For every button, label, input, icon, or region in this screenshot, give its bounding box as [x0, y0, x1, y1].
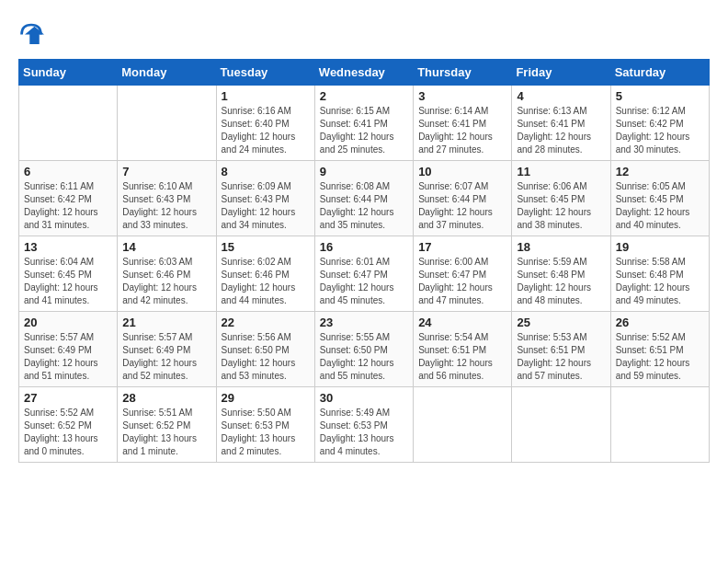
cell-info: Sunrise: 6:01 AMSunset: 6:47 PMDaylight:…	[320, 256, 408, 307]
calendar-cell: 14Sunrise: 6:03 AMSunset: 6:46 PMDayligh…	[118, 236, 216, 312]
day-number: 28	[122, 391, 210, 405]
weekday-header: Wednesday	[314, 60, 413, 86]
calendar-cell: 6Sunrise: 6:11 AMSunset: 6:42 PMDaylight…	[19, 161, 118, 236]
calendar-cell: 7Sunrise: 6:10 AMSunset: 6:43 PMDaylight…	[118, 161, 216, 236]
calendar-cell: 8Sunrise: 6:09 AMSunset: 6:43 PMDaylight…	[216, 161, 314, 236]
day-number: 26	[616, 316, 704, 329]
calendar-cell: 23Sunrise: 5:55 AMSunset: 6:50 PMDayligh…	[314, 312, 413, 387]
cell-info: Sunrise: 6:02 AMSunset: 6:46 PMDaylight:…	[222, 256, 310, 307]
cell-info: Sunrise: 6:03 AMSunset: 6:46 PMDaylight:…	[122, 256, 210, 307]
day-number: 27	[24, 391, 112, 405]
calendar-cell: 24Sunrise: 5:54 AMSunset: 6:51 PMDayligh…	[414, 312, 512, 387]
calendar-cell: 27Sunrise: 5:52 AMSunset: 6:52 PMDayligh…	[19, 387, 118, 463]
calendar-cell: 25Sunrise: 5:53 AMSunset: 6:51 PMDayligh…	[512, 312, 610, 387]
calendar-cell: 22Sunrise: 5:56 AMSunset: 6:50 PMDayligh…	[216, 312, 314, 387]
calendar-cell: 18Sunrise: 5:59 AMSunset: 6:48 PMDayligh…	[512, 236, 610, 312]
day-number: 21	[122, 316, 210, 329]
day-number: 25	[517, 316, 605, 329]
calendar-cell	[512, 387, 610, 463]
calendar-cell	[19, 86, 118, 161]
day-number: 3	[418, 89, 506, 103]
weekday-header: Thursday	[414, 60, 512, 86]
cell-info: Sunrise: 6:08 AMSunset: 6:44 PMDaylight:…	[320, 180, 408, 232]
day-number: 4	[517, 89, 605, 103]
calendar-cell: 4Sunrise: 6:13 AMSunset: 6:41 PMDaylight…	[512, 86, 610, 161]
calendar-week-row: 20Sunrise: 5:57 AMSunset: 6:49 PMDayligh…	[19, 312, 710, 387]
calendar-cell: 15Sunrise: 6:02 AMSunset: 6:46 PMDayligh…	[216, 236, 314, 312]
day-number: 23	[320, 316, 408, 329]
cell-info: Sunrise: 5:54 AMSunset: 6:51 PMDaylight:…	[418, 331, 506, 383]
day-number: 19	[616, 240, 704, 254]
cell-info: Sunrise: 6:04 AMSunset: 6:45 PMDaylight:…	[24, 256, 112, 307]
calendar-cell: 21Sunrise: 5:57 AMSunset: 6:49 PMDayligh…	[118, 312, 216, 387]
day-number: 30	[320, 391, 408, 405]
cell-info: Sunrise: 5:51 AMSunset: 6:52 PMDaylight:…	[122, 407, 210, 458]
cell-info: Sunrise: 6:15 AMSunset: 6:41 PMDaylight:…	[320, 105, 408, 156]
calendar-cell: 28Sunrise: 5:51 AMSunset: 6:52 PMDayligh…	[118, 387, 216, 463]
calendar-cell: 2Sunrise: 6:15 AMSunset: 6:41 PMDaylight…	[314, 86, 413, 161]
cell-info: Sunrise: 6:11 AMSunset: 6:42 PMDaylight:…	[24, 180, 112, 232]
day-number: 8	[222, 165, 310, 178]
calendar-week-row: 6Sunrise: 6:11 AMSunset: 6:42 PMDaylight…	[19, 161, 710, 236]
day-number: 24	[418, 316, 506, 329]
cell-info: Sunrise: 6:13 AMSunset: 6:41 PMDaylight:…	[517, 105, 605, 156]
cell-info: Sunrise: 5:57 AMSunset: 6:49 PMDaylight:…	[24, 331, 112, 383]
calendar-week-row: 1Sunrise: 6:16 AMSunset: 6:40 PMDaylight…	[19, 86, 710, 161]
calendar-cell	[118, 86, 216, 161]
calendar-cell: 3Sunrise: 6:14 AMSunset: 6:41 PMDaylight…	[414, 86, 512, 161]
day-number: 20	[24, 316, 112, 329]
cell-info: Sunrise: 5:57 AMSunset: 6:49 PMDaylight:…	[122, 331, 210, 383]
cell-info: Sunrise: 5:52 AMSunset: 6:52 PMDaylight:…	[24, 407, 112, 458]
calendar-cell: 5Sunrise: 6:12 AMSunset: 6:42 PMDaylight…	[610, 86, 709, 161]
weekday-header: Tuesday	[216, 60, 314, 86]
weekday-header: Friday	[512, 60, 610, 86]
weekday-header: Sunday	[19, 60, 118, 86]
calendar-cell: 1Sunrise: 6:16 AMSunset: 6:40 PMDaylight…	[216, 86, 314, 161]
header	[18, 18, 710, 44]
logo	[18, 18, 48, 44]
cell-info: Sunrise: 6:12 AMSunset: 6:42 PMDaylight:…	[616, 105, 704, 156]
day-number: 6	[24, 165, 112, 178]
day-number: 13	[24, 240, 112, 254]
calendar-table: SundayMondayTuesdayWednesdayThursdayFrid…	[18, 59, 710, 463]
cell-info: Sunrise: 5:56 AMSunset: 6:50 PMDaylight:…	[222, 331, 310, 383]
calendar-cell: 26Sunrise: 5:52 AMSunset: 6:51 PMDayligh…	[610, 312, 709, 387]
calendar-cell: 29Sunrise: 5:50 AMSunset: 6:53 PMDayligh…	[216, 387, 314, 463]
cell-info: Sunrise: 6:09 AMSunset: 6:43 PMDaylight:…	[222, 180, 310, 232]
day-number: 16	[320, 240, 408, 254]
calendar-cell: 9Sunrise: 6:08 AMSunset: 6:44 PMDaylight…	[314, 161, 413, 236]
calendar-cell	[414, 387, 512, 463]
calendar-cell: 13Sunrise: 6:04 AMSunset: 6:45 PMDayligh…	[19, 236, 118, 312]
cell-info: Sunrise: 5:55 AMSunset: 6:50 PMDaylight:…	[320, 331, 408, 383]
cell-info: Sunrise: 6:07 AMSunset: 6:44 PMDaylight:…	[418, 180, 506, 232]
cell-info: Sunrise: 5:52 AMSunset: 6:51 PMDaylight:…	[616, 331, 704, 383]
cell-info: Sunrise: 6:00 AMSunset: 6:47 PMDaylight:…	[418, 256, 506, 307]
day-number: 1	[222, 89, 310, 103]
calendar-header-row: SundayMondayTuesdayWednesdayThursdayFrid…	[19, 60, 710, 86]
calendar-cell: 12Sunrise: 6:05 AMSunset: 6:45 PMDayligh…	[610, 161, 709, 236]
calendar-cell: 16Sunrise: 6:01 AMSunset: 6:47 PMDayligh…	[314, 236, 413, 312]
day-number: 5	[616, 89, 704, 103]
day-number: 12	[616, 165, 704, 178]
day-number: 14	[122, 240, 210, 254]
day-number: 9	[320, 165, 408, 178]
day-number: 10	[418, 165, 506, 178]
calendar-week-row: 13Sunrise: 6:04 AMSunset: 6:45 PMDayligh…	[19, 236, 710, 312]
day-number: 11	[517, 165, 605, 178]
cell-info: Sunrise: 6:16 AMSunset: 6:40 PMDaylight:…	[222, 105, 310, 156]
cell-info: Sunrise: 5:59 AMSunset: 6:48 PMDaylight:…	[517, 256, 605, 307]
day-number: 29	[222, 391, 310, 405]
calendar-cell: 10Sunrise: 6:07 AMSunset: 6:44 PMDayligh…	[414, 161, 512, 236]
cell-info: Sunrise: 6:05 AMSunset: 6:45 PMDaylight:…	[616, 180, 704, 232]
day-number: 2	[320, 89, 408, 103]
calendar-cell: 20Sunrise: 5:57 AMSunset: 6:49 PMDayligh…	[19, 312, 118, 387]
day-number: 7	[122, 165, 210, 178]
cell-info: Sunrise: 6:06 AMSunset: 6:45 PMDaylight:…	[517, 180, 605, 232]
calendar-cell: 30Sunrise: 5:49 AMSunset: 6:53 PMDayligh…	[314, 387, 413, 463]
day-number: 18	[517, 240, 605, 254]
weekday-header: Saturday	[610, 60, 709, 86]
svg-marker-1	[25, 27, 44, 44]
calendar-week-row: 27Sunrise: 5:52 AMSunset: 6:52 PMDayligh…	[19, 387, 710, 463]
calendar-cell	[610, 387, 709, 463]
cell-info: Sunrise: 6:14 AMSunset: 6:41 PMDaylight:…	[418, 105, 506, 156]
